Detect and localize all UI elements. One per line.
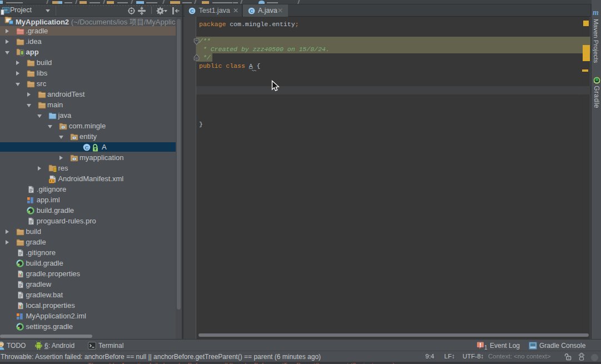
svg-text:C: C [250, 8, 254, 14]
svg-text:C: C [190, 8, 194, 14]
svg-text:C: C [85, 144, 89, 151]
